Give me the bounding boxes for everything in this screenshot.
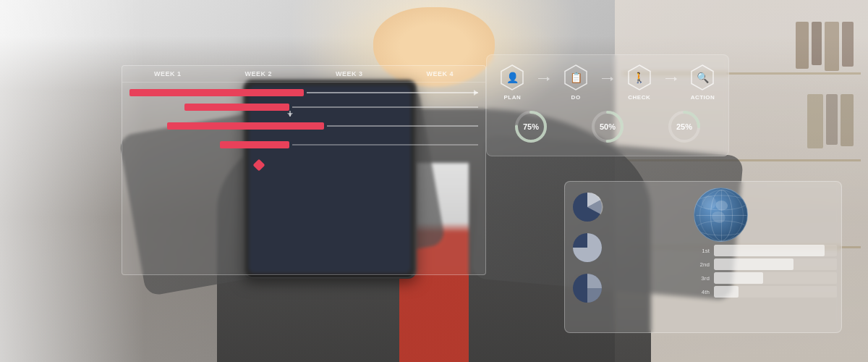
pdca-circles-row: 75% 50% 25%	[493, 109, 723, 144]
pyramid-label-2: 2nd	[694, 261, 710, 268]
circle-25-label: 25%	[676, 122, 692, 131]
circle-25: 25%	[667, 109, 702, 144]
pdca-do-label: DO	[571, 94, 581, 101]
pyramid-bar-container-4	[714, 286, 837, 298]
pdca-do-hexagon: 📋	[562, 64, 590, 91]
pie-chart-1	[569, 189, 605, 225]
gantt-row-5	[129, 161, 478, 169]
pdca-arrow-2	[602, 56, 613, 101]
gantt-week-1: WEEK 1	[129, 70, 206, 77]
gantt-connector	[327, 125, 478, 127]
pyramid-label-3: 3rd	[694, 275, 710, 282]
pyramid-bar-container-2	[714, 258, 837, 270]
pdca-check-hexagon: 🚶	[626, 64, 653, 91]
gantt-header: WEEK 1 WEEK 2 WEEK 3 WEEK 4	[122, 66, 485, 83]
pdca-check-item: 🚶 CHECK	[626, 64, 653, 101]
pyramid-label-4: 4th	[694, 289, 710, 295]
pdca-overlay: 👤 PLAN 📋 DO	[486, 54, 729, 156]
pdca-arrow-3	[665, 56, 677, 101]
gantt-connector	[292, 106, 478, 108]
pdca-plan-item: 👤 PLAN	[498, 64, 526, 101]
pdca-plan-hexagon: 👤	[498, 64, 526, 91]
pyramid-row-2: 2nd	[694, 258, 837, 270]
pdca-action-label: ACTION	[691, 94, 715, 101]
books-middle	[807, 94, 854, 148]
pyramid-row-3: 3rd	[694, 272, 837, 284]
globe-visualization	[694, 188, 748, 242]
pyramid-bar-1	[714, 245, 825, 256]
circle-75: 75%	[514, 109, 548, 144]
gantt-week-3: WEEK 3	[311, 70, 388, 77]
gantt-row-2	[129, 103, 478, 111]
gantt-connector	[292, 144, 478, 146]
pyramid-bar-container-1	[714, 245, 837, 256]
main-scene: WEEK 1 WEEK 2 WEEK 3 WEEK 4	[0, 0, 868, 362]
pie-chart-2	[569, 230, 605, 266]
pyramid-bar-container-3	[714, 272, 837, 284]
gantt-body	[122, 83, 485, 175]
pyramid-chart: 1st 2nd 3rd	[694, 245, 837, 327]
circle-75-label: 75%	[523, 122, 539, 131]
gantt-row-4	[129, 140, 478, 149]
pyramid-row-4: 4th	[694, 286, 837, 298]
dashboard-right-panel: 1st 2nd 3rd	[689, 182, 841, 332]
books-top	[796, 22, 854, 71]
gantt-bar	[167, 122, 324, 130]
gantt-milestone	[252, 159, 265, 172]
pdca-check-icon: 🚶	[633, 72, 645, 83]
dashboard-left-panel	[565, 182, 689, 332]
pdca-plan-icon: 👤	[506, 72, 519, 83]
gantt-week-4: WEEK 4	[402, 70, 479, 77]
gantt-arrow-down	[289, 111, 291, 117]
pdca-check-label: CHECK	[628, 94, 650, 101]
pdca-action-hexagon: 🔍	[689, 64, 716, 91]
gantt-bar	[184, 104, 289, 111]
pdca-do-item: 📋 DO	[562, 64, 590, 101]
gantt-bar	[220, 141, 289, 148]
pdca-action-icon: 🔍	[697, 72, 709, 83]
dashboard-panel: 1st 2nd 3rd	[564, 181, 842, 333]
gantt-bar	[129, 89, 304, 96]
pie-chart-3	[569, 270, 605, 306]
pyramid-bar-2	[714, 258, 794, 270]
pdca-icons-row: 👤 PLAN 📋 DO	[493, 64, 723, 101]
gantt-connector	[307, 92, 478, 93]
gantt-row-3	[129, 122, 478, 130]
gantt-week-2: WEEK 2	[221, 70, 297, 77]
gantt-chart-overlay: WEEK 1 WEEK 2 WEEK 3 WEEK 4	[122, 65, 486, 275]
pyramid-label-1: 1st	[694, 248, 710, 254]
pdca-action-item: 🔍 ACTION	[689, 64, 716, 101]
circle-50-label: 50%	[600, 122, 616, 131]
circle-50: 50%	[590, 109, 625, 144]
pyramid-row-1: 1st	[694, 245, 837, 256]
pdca-do-icon: 📋	[570, 72, 582, 83]
pdca-arrow-1	[538, 56, 550, 101]
pyramid-bar-3	[714, 272, 763, 284]
gantt-row-1	[129, 88, 478, 97]
pyramid-bar-4	[714, 286, 739, 298]
pdca-plan-label: PLAN	[504, 94, 522, 101]
